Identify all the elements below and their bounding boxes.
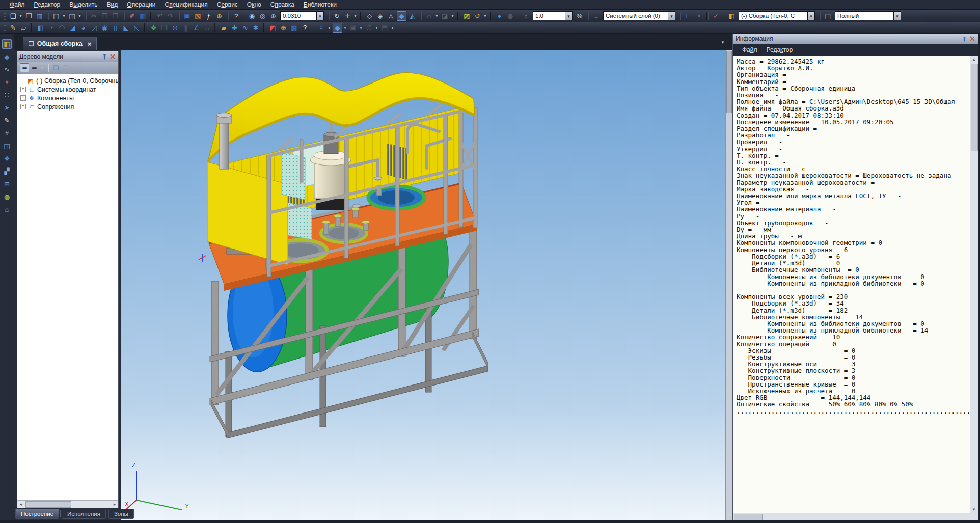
extrude-operation-icon[interactable]: ◧ [36, 23, 45, 33]
report-tools-dropdown-icon[interactable]: ▾ [390, 25, 395, 30]
zoom-all-icon[interactable]: ◉ [247, 11, 257, 21]
collision-check-icon[interactable]: ◩ [268, 23, 278, 33]
snap-toggle-icon[interactable]: % [575, 11, 584, 21]
pattern-tool-icon[interactable]: ❖ [2, 154, 12, 163]
expand-icon[interactable]: + [20, 104, 26, 109]
fx-variables-icon[interactable]: ƒ [204, 11, 213, 21]
tree-item-components[interactable]: +❖Компоненты [19, 94, 118, 102]
redo-icon[interactable]: ↷ [166, 11, 175, 21]
draft-operation-icon[interactable]: ◺ [132, 23, 142, 33]
current-layer-dropdown-icon[interactable]: ▾ [668, 11, 675, 20]
spatial-curve-icon[interactable]: ∿ [240, 23, 250, 33]
spline-tool-icon[interactable]: ∿ [2, 65, 12, 74]
element-help-icon[interactable]: ? [300, 23, 310, 33]
measure-tools-dropdown-icon[interactable]: ▾ [374, 25, 379, 30]
tree-composition-view-dropdown-icon[interactable]: ▾ [40, 66, 44, 70]
revolve-operation-icon[interactable]: ◔ [46, 23, 56, 33]
menu-item-select[interactable]: Выделить [65, 1, 102, 9]
variables-icon[interactable]: ▣ [182, 11, 192, 21]
scrollbar-thumb[interactable] [734, 514, 763, 520]
sheet-tab-versions[interactable]: Исполнения [62, 509, 106, 519]
mate-coincidence-icon[interactable]: ⊙ [170, 23, 180, 33]
surface-tool-icon[interactable]: ✦ [2, 77, 12, 87]
tree-structure-view-icon[interactable]: ≔ [20, 63, 29, 72]
rebuild-model-icon[interactable]: ↺ [473, 11, 482, 21]
orientation-sphere-icon[interactable]: ● [495, 11, 504, 21]
tree-item-assembly-root[interactable]: ◩(-) Сборка (Тел-0, Сборочны [19, 76, 118, 85]
print-icon[interactable]: ▤ [51, 11, 61, 21]
display-wireframe-icon[interactable]: ◇ [365, 11, 374, 21]
rotate-view-icon[interactable]: ↻ [332, 11, 342, 21]
display-hidden-thin-icon[interactable]: ◈ [375, 11, 385, 21]
menu-item-editor[interactable]: Редактор [30, 1, 65, 9]
print-dropdown-icon[interactable]: ▾ [62, 14, 66, 18]
scrollbar-thumb[interactable] [25, 501, 71, 508]
rebuild-model-dropdown-icon[interactable]: ▾ [483, 14, 487, 18]
scroll-left-icon[interactable]: ◂ [17, 501, 24, 508]
tab-close-icon[interactable]: × [86, 40, 92, 48]
current-component-icon[interactable]: ◧ [727, 11, 737, 21]
component-filter-dropdown-icon[interactable]: ▾ [359, 25, 363, 30]
move-view-icon[interactable]: ✛ [343, 11, 352, 21]
zoom-area-icon[interactable]: ◎ [258, 11, 267, 21]
zoom-in-icon[interactable]: ⊕ [268, 11, 278, 21]
edit-sketch-icon[interactable]: ✎ [8, 23, 18, 33]
info-horizontal-scrollbar[interactable] [733, 513, 978, 520]
undo-icon[interactable]: ↶ [155, 11, 165, 21]
direction-tool-icon[interactable]: ➤ [2, 103, 12, 113]
detail-level-dropdown-icon[interactable]: ▾ [893, 11, 901, 20]
tree-item-coordinate-systems[interactable]: +∟Системы координат [19, 85, 118, 94]
model-tree-hscrollbar[interactable]: ◂ ▸ [17, 500, 118, 508]
move-view-dropdown-icon[interactable]: ▾ [353, 14, 358, 18]
render-tool-icon[interactable]: ◍ [2, 192, 12, 202]
viewport-scrollbar-thumb[interactable] [726, 51, 732, 113]
tree-doc-new-icon[interactable]: ❑ [51, 63, 61, 72]
mass-properties-icon[interactable]: ⊕ [279, 23, 288, 33]
library-manager-icon[interactable]: ▧ [193, 11, 203, 21]
detail-level-value[interactable]: Полный [835, 11, 893, 20]
new-document-dropdown-icon[interactable]: ▾ [18, 14, 23, 18]
viewport-3d[interactable]: Z X Y [121, 50, 725, 520]
close-icon[interactable] [969, 35, 976, 42]
grid-tool-icon[interactable]: # [2, 128, 12, 138]
zoom-scale-combo[interactable]: 0.0310▾ [280, 11, 324, 20]
scroll-right-icon[interactable]: ▸ [111, 501, 118, 508]
open-document-icon[interactable]: ❒ [24, 11, 34, 21]
sheet-tab-construction[interactable]: Построение [15, 509, 59, 519]
perspective-dropdown-icon[interactable]: ▾ [434, 14, 439, 18]
menu-item-file[interactable]: Файл [5, 1, 30, 9]
dimensions-panel-icon[interactable]: ↕ [521, 11, 531, 21]
sheet-tab-zones[interactable]: Зоны [108, 509, 134, 519]
scrollbar-thumb[interactable] [971, 64, 978, 151]
tree-composition-view-icon[interactable]: ≕ [30, 63, 39, 72]
sketch-plane-icon[interactable]: ▱ [19, 23, 29, 33]
cut-icon[interactable]: ✂ [89, 11, 99, 21]
toolbar-grip[interactable] [4, 24, 6, 32]
print-preview-icon[interactable]: ◫ [67, 11, 77, 21]
menu-item-view[interactable]: Вид [102, 1, 123, 9]
shell-operation-icon[interactable]: ▯ [111, 23, 120, 33]
quick-planes-icon[interactable]: ≈ [317, 23, 326, 33]
sweep-operation-icon[interactable]: ◠ [57, 23, 67, 33]
viewport-vertical-scrollbar[interactable] [725, 50, 732, 520]
pin-icon[interactable] [961, 35, 968, 42]
spec-check-icon[interactable]: ▩ [289, 23, 299, 33]
sheet-tool-icon[interactable]: ◫ [2, 141, 12, 151]
scroll-up-icon[interactable]: ▴ [970, 56, 977, 63]
hide-components-icon[interactable]: ▨ [462, 11, 472, 21]
expand-icon[interactable]: + [20, 95, 26, 101]
array-tool-icon[interactable]: ∷ [2, 90, 12, 100]
info-vertical-scrollbar[interactable]: ▴ ▾ [970, 56, 978, 513]
context-help-icon[interactable]: ? [231, 11, 241, 21]
section-view-dropdown-icon[interactable]: ▾ [450, 14, 455, 18]
mate-angle-icon[interactable]: ∠ [192, 23, 201, 33]
zoom-scale-value[interactable]: 0.0310 [280, 11, 316, 20]
detail-scale-combo[interactable]: 1.0▾ [533, 11, 573, 20]
toolbar-grip[interactable] [4, 12, 6, 20]
layers-icon[interactable]: ≡ [591, 11, 601, 21]
section-view-icon[interactable]: ◪ [440, 11, 450, 21]
detail-level-combo[interactable]: Полный▾ [835, 11, 901, 20]
add-component-from-file-icon[interactable]: ❒ [159, 23, 169, 33]
hatch-tool-icon[interactable]: ▞ [2, 167, 12, 176]
zoom-scale-dropdown-icon[interactable]: ▾ [316, 11, 324, 20]
